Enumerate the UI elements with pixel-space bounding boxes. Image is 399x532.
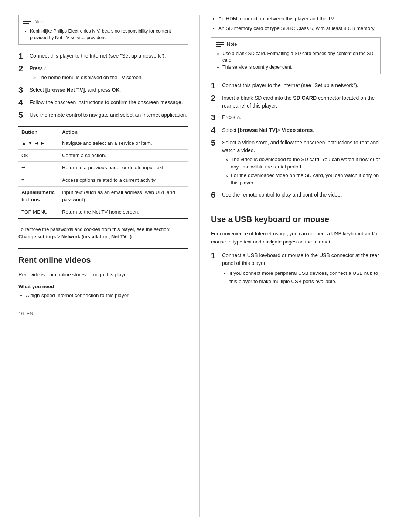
rent-bullets: A high-speed Internet connection to this… (18, 291, 188, 300)
step-rent-num-4: 4 (211, 126, 222, 135)
step-usb-content-1: Connect a USB keyboard or mouse to the U… (222, 251, 381, 290)
top-bullet-1: An HDMI connection between this player a… (218, 15, 381, 23)
note-header-1: Note (23, 18, 184, 25)
table-action-alpha: Input text (such as an email address, we… (59, 186, 188, 206)
rent-section-desc: Rent videos from online stores through t… (18, 271, 188, 279)
note-label-1: Note (34, 18, 44, 25)
step-rent-6: 6 Use the remote control to play and con… (211, 190, 381, 200)
password-note: To remove the passwords and cookies from… (18, 226, 188, 241)
table-action-topmenu: Return to the Net TV home screen. (59, 206, 188, 219)
step-rent-5-sublist: The video is downloaded to the SD card. … (222, 156, 381, 187)
step-content-4: Follow the onscreen instructions to conf… (30, 98, 183, 106)
table-action-arrows: Navigate and select an a service or item… (59, 137, 188, 149)
right-column: An HDMI connection between this player a… (200, 15, 381, 517)
top-bullets: An HDMI connection between this player a… (211, 15, 381, 32)
table-row: OK Confirm a selection. (18, 150, 188, 162)
table-row: TOP MENU Return to the Net TV home scree… (18, 206, 188, 219)
step-rent-5: 5 Select a video store, and follow the o… (211, 138, 381, 187)
note-box-1: Note Koninklijke Philips Electronics N.V… (18, 15, 188, 45)
step-num-2: 2 (18, 64, 30, 74)
table-btn-arrows: ▲ ▼ ◄ ► (18, 137, 59, 149)
table-header-button: Button (18, 127, 59, 137)
step-rent-5-sub-1: The video is downloaded to the SD card. … (226, 156, 381, 171)
step-rent-content-4: Select [browse Net TV]> Video stores. (222, 126, 314, 134)
table-row: ▲ ▼ ◄ ► Navigate and select an a service… (18, 137, 188, 149)
nettv-steps: 1 Connect this player to the Internet (s… (18, 51, 188, 120)
step-rent-3: 3 Press ⌂. (211, 113, 381, 122)
note-icon-2 (216, 41, 224, 48)
note-list-2: Use a blank SD card. Formatting a SD car… (216, 50, 376, 71)
table-action-ok: Confirm a selection. (59, 150, 188, 162)
table-row: ≡ Access options related to a current ac… (18, 174, 188, 186)
note-box-2: Note Use a blank SD card. Formatting a S… (211, 37, 381, 74)
divider-usb (211, 208, 381, 208)
page-number: 16 EN (18, 311, 188, 316)
step-num-3: 3 (18, 85, 30, 95)
table-action-back: Return to a previous page, or delete inp… (59, 162, 188, 174)
table-btn-topmenu: TOP MENU (18, 206, 59, 219)
divider-rent (18, 248, 188, 249)
note-item-2-1: Use a blank SD card. Formatting a SD car… (222, 50, 376, 64)
table-header-action: Action (59, 127, 188, 137)
step-num-1: 1 (18, 51, 30, 61)
step-num-5: 5 (18, 110, 30, 120)
step-2-sub-1: The home menu is displayed on the TV scr… (33, 74, 143, 81)
step-content-5: Use the remote control to navigate and s… (30, 110, 187, 119)
step-rent-content-6: Use the remote control to play and contr… (222, 190, 342, 199)
usb-steps: 1 Connect a USB keyboard or mouse to the… (211, 251, 381, 290)
note-item-1-1: Koninklijke Philips Electronics N.V. bea… (30, 28, 184, 42)
table-action-menu: Access options related to a current acti… (59, 174, 188, 186)
what-you-need-label: What you need (18, 284, 188, 289)
usb-section-desc: For convenience of Internet usage, you c… (211, 230, 381, 246)
table-btn-ok: OK (18, 150, 59, 162)
step-rent-num-6: 6 (211, 190, 222, 200)
note-list-1: Koninklijke Philips Electronics N.V. bea… (23, 28, 184, 42)
usb-step-1-bullets: If you connect more peripheral USB devic… (222, 269, 381, 285)
note-item-2-2: This service is country dependent. (222, 64, 376, 71)
step-nettv-5: 5 Use the remote control to navigate and… (18, 110, 188, 120)
step-content-1: Connect this player to the Internet (see… (30, 51, 166, 60)
step-rent-2: 2 Insert a blank SD card into the SD CAR… (211, 93, 381, 110)
step-content-3: Select [browse Net TV], and press OK. (30, 85, 121, 94)
top-bullet-2: An SD memory card of type SDHC Class 6, … (218, 24, 381, 33)
step-content-2: Press ⌂. The home menu is displayed on t… (30, 64, 143, 82)
step-rent-num-5: 5 (211, 138, 222, 148)
table-btn-alpha: Alphanumeric buttons (18, 186, 59, 206)
step-rent-content-1: Connect this player to the Internet (see… (222, 81, 358, 89)
step-rent-num-1: 1 (211, 81, 222, 91)
step-rent-content-3: Press ⌂. (222, 113, 241, 121)
rent-steps: 1 Connect this player to the Internet (s… (211, 81, 381, 200)
action-table: Button Action ▲ ▼ ◄ ► Navigate and selec… (18, 126, 188, 219)
step-nettv-4: 4 Follow the onscreen instructions to co… (18, 98, 188, 108)
table-btn-back: ↩ (18, 162, 59, 174)
note-icon-1 (23, 18, 31, 25)
usb-step-1-bullet-1: If you connect more peripheral USB devic… (229, 269, 381, 285)
left-column: Note Koninklijke Philips Electronics N.V… (18, 15, 200, 517)
step-rent-num-3: 3 (211, 113, 222, 122)
table-row: Alphanumeric buttons Input text (such as… (18, 186, 188, 206)
step-rent-4: 4 Select [browse Net TV]> Video stores. (211, 126, 381, 135)
step-nettv-3: 3 Select [browse Net TV], and press OK. (18, 85, 188, 95)
rent-section-title: Rent online videos (18, 255, 188, 266)
table-btn-menu: ≡ (18, 174, 59, 186)
step-usb-1: 1 Connect a USB keyboard or mouse to the… (211, 251, 381, 290)
step-nettv-2: 2 Press ⌂. The home menu is displayed on… (18, 64, 188, 82)
step-nettv-1: 1 Connect this player to the Internet (s… (18, 51, 188, 61)
step-rent-1: 1 Connect this player to the Internet (s… (211, 81, 381, 91)
step-rent-num-2: 2 (211, 93, 222, 103)
step-rent-content-5: Select a video store, and follow the ons… (222, 138, 381, 187)
step-num-4: 4 (18, 98, 30, 108)
rent-bullet-1: A high-speed Internet connection to this… (26, 291, 188, 300)
step-rent-content-2: Insert a blank SD card into the SD CARD … (222, 93, 381, 110)
usb-section-title: Use a USB keyboard or mouse (211, 214, 381, 225)
step-usb-num-1: 1 (211, 251, 222, 260)
note-label-2: Note (227, 41, 237, 48)
step-2-sublist: The home menu is displayed on the TV scr… (30, 74, 143, 81)
step-rent-5-sub-2: For the downloaded video on the SD card,… (226, 172, 381, 187)
table-row: ↩ Return to a previous page, or delete i… (18, 162, 188, 174)
note-header-2: Note (216, 41, 376, 48)
